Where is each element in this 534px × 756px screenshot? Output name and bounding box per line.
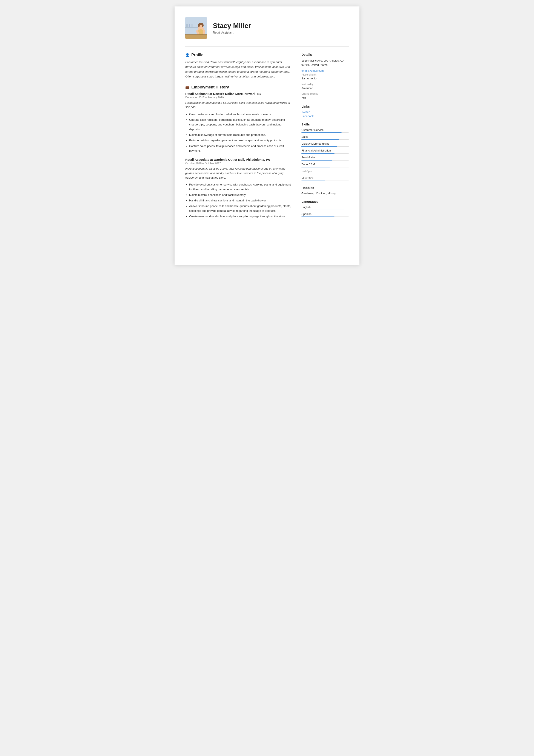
- skill-name: Sales: [301, 135, 349, 138]
- skill-item: Financial Administration: [301, 149, 349, 154]
- profile-icon: 👤: [185, 53, 190, 57]
- svg-point-10: [198, 24, 200, 27]
- job-1-bullets: Greet customers and find out what each c…: [185, 112, 293, 153]
- skill-name: Zoho CRM: [301, 163, 349, 166]
- skill-name: FreshSales: [301, 156, 349, 159]
- svg-point-11: [202, 24, 204, 27]
- svg-rect-4: [189, 24, 190, 27]
- skill-bar-bg: [301, 180, 349, 181]
- svg-rect-5: [191, 24, 193, 27]
- profile-text: Customer focused Retail Assistant with e…: [185, 60, 293, 79]
- details-section-title: Details: [301, 53, 349, 56]
- job-1-title: Retail Assistant at Newark Dollar Store,…: [185, 92, 293, 95]
- skill-bar-bg: [301, 132, 349, 133]
- link-twitter[interactable]: Twitter: [301, 110, 349, 114]
- skill-bar-fill: [301, 146, 337, 147]
- skill-item: Sales: [301, 135, 349, 140]
- languages-section: Languages English Spanish: [301, 200, 349, 217]
- job-1-summary: Responsible for maintaining a $1,000 cas…: [185, 101, 293, 110]
- place-of-birth-value: San Antonio: [301, 76, 349, 81]
- lang-bar-bg: [301, 216, 349, 217]
- body: 👤 Profile Customer focused Retail Assist…: [185, 53, 349, 225]
- job-title-header: Retail Assistant: [213, 31, 234, 34]
- svg-rect-2: [185, 27, 198, 28]
- lang-item: English: [301, 205, 349, 210]
- job-2-title: Retail Associate at Gardenia Outlet Mall…: [185, 158, 293, 161]
- employment-section: 💼 Employment History Retail Assistant at…: [185, 85, 293, 219]
- employment-section-title: 💼 Employment History: [185, 85, 293, 90]
- skill-bar-fill: [301, 132, 342, 133]
- skill-bar-fill: [301, 180, 325, 181]
- list-item: Provide excellent customer service with …: [189, 182, 293, 192]
- list-item: Maintain store cleanliness and track inv…: [189, 193, 293, 197]
- job-2-summary: Increased monthly sales by 100%, after f…: [185, 167, 293, 180]
- skill-bar-fill: [301, 153, 335, 154]
- link-facebook[interactable]: Facebook: [301, 115, 349, 118]
- lang-name: English: [301, 205, 349, 209]
- lang-name: Spanish: [301, 212, 349, 216]
- list-item: Capture sales prices, total purchases an…: [189, 144, 293, 153]
- links-section-title: Links: [301, 105, 349, 108]
- skill-item: Customer Service: [301, 128, 349, 133]
- driving-license-value: Full: [301, 95, 349, 100]
- job-1: Retail Assistant at Newark Dollar Store,…: [185, 92, 293, 153]
- skills-section: Skills Customer Service Sales Display Me…: [301, 122, 349, 181]
- skill-item: HubSpot: [301, 170, 349, 174]
- skills-container: Customer Service Sales Display Merchandi…: [301, 128, 349, 181]
- left-column: 👤 Profile Customer focused Retail Assist…: [185, 53, 293, 225]
- skill-bar-fill: [301, 139, 339, 140]
- list-item: Create merchandise displays and place su…: [189, 214, 293, 219]
- skill-bar-fill: [301, 174, 327, 174]
- skill-bar-fill: [301, 167, 330, 167]
- skill-name: HubSpot: [301, 170, 349, 173]
- lang-bar-bg: [301, 210, 349, 210]
- nationality-label: Nationality: [301, 83, 349, 86]
- skill-bar-bg: [301, 174, 349, 174]
- skill-bar-bg: [301, 160, 349, 161]
- hobbies-section-title: Hobbies: [301, 186, 349, 190]
- profile-photo: [185, 17, 207, 39]
- skill-bar-bg: [301, 167, 349, 167]
- list-item: Enforce policies regarding payment and e…: [189, 138, 293, 143]
- list-item: Operate cash registers, performing tasks…: [189, 118, 293, 132]
- hobbies-text: Gardening, Cooking, Hiking: [301, 192, 349, 195]
- languages-section-title: Languages: [301, 200, 349, 203]
- list-item: Greet customers and find out what each c…: [189, 112, 293, 117]
- skill-item: Display Merchandising: [301, 142, 349, 147]
- details-email[interactable]: email@email.com: [301, 69, 349, 72]
- skill-name: Customer Service: [301, 128, 349, 131]
- job-2-bullets: Provide excellent customer service with …: [185, 182, 293, 219]
- skill-name: MS Office: [301, 176, 349, 180]
- job-2-dates: October 2016 – October 2017: [185, 162, 293, 165]
- right-column: Details 1515 Pacific Ave, Los Angeles, C…: [301, 53, 349, 225]
- svg-rect-15: [185, 35, 207, 35]
- details-section: Details 1515 Pacific Ave, Los Angeles, C…: [301, 53, 349, 100]
- links-section: Links Twitter Facebook: [301, 105, 349, 118]
- job-2: Retail Associate at Gardenia Outlet Mall…: [185, 158, 293, 219]
- languages-container: English Spanish: [301, 205, 349, 217]
- skill-bar-fill: [301, 160, 332, 161]
- driving-license-label: Driving license: [301, 92, 349, 95]
- header-divider: [185, 46, 349, 47]
- place-of-birth-label: Place of birth: [301, 73, 349, 76]
- skills-section-title: Skills: [301, 122, 349, 126]
- list-item: Answer inbound phone calls and handle qu…: [189, 204, 293, 213]
- full-name: Stacy Miller: [213, 22, 251, 30]
- profile-section: 👤 Profile Customer focused Retail Assist…: [185, 53, 293, 79]
- header-info: Stacy Miller Retail Assistant: [213, 22, 251, 35]
- skill-bar-bg: [301, 146, 349, 147]
- skill-item: FreshSales: [301, 156, 349, 161]
- list-item: Maintain knowledge of current sale disco…: [189, 133, 293, 137]
- employment-icon: 💼: [185, 85, 190, 89]
- svg-rect-14: [185, 35, 207, 39]
- details-address: 1515 Pacific Ave, Los Angeles, CA 90291,…: [301, 59, 349, 67]
- skill-name: Display Merchandising: [301, 142, 349, 145]
- skill-bar-bg: [301, 139, 349, 140]
- skill-name: Financial Administration: [301, 149, 349, 152]
- job-1-dates: December 2017 – January 2019: [185, 96, 293, 99]
- lang-item: Spanish: [301, 212, 349, 217]
- lang-bar-fill: [301, 216, 335, 217]
- resume-page: Stacy Miller Retail Assistant 👤 Profile …: [175, 7, 359, 265]
- nationality-value: American: [301, 86, 349, 91]
- list-item: Handle all financial transactions and ma…: [189, 198, 293, 203]
